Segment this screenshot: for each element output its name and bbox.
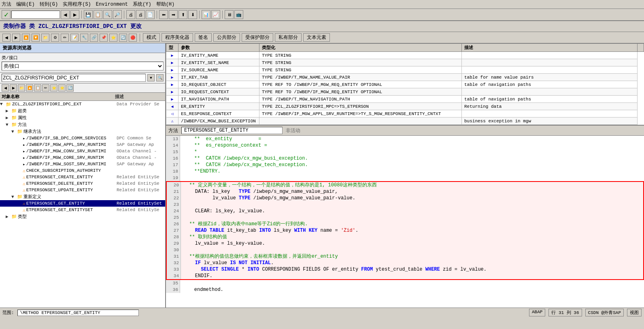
text-elem-btn[interactable]: 文本元素	[303, 33, 330, 42]
table-row[interactable]: ▶ IO_REQUEST_CONTEXT TYPE REF TO /IWBEP/…	[166, 88, 644, 96]
r3[interactable]: ✏	[61, 34, 69, 42]
tree-item[interactable]: ▸/IWBEP/IF_MGW_CORE_SRV_RUNTIMOData Chan…	[0, 154, 165, 161]
table-row[interactable]: ▶ IV_ENTITY_SET_NAME TYPE STRING	[166, 59, 644, 66]
table-row[interactable]: ▶ IV_ENTITY_NAME TYPE STRING	[166, 52, 644, 59]
table-row[interactable]: ◀ ER_ENTITY TYPE ZCL_ZLGZFIRSTFIORI_MPC=…	[166, 103, 644, 110]
public-btn[interactable]: 公共部分	[213, 33, 240, 42]
mt2[interactable]: ▶	[10, 84, 17, 92]
tree-item[interactable]: ▸/IWBEP/IF_MGW_CONV_SRV_RUNTIMIOData Cha…	[0, 148, 165, 154]
mt8[interactable]: ⭐	[58, 84, 66, 92]
line-number: 17	[166, 162, 180, 168]
class-search-btn[interactable]: 🔍	[156, 74, 164, 81]
param-type-cell: ▶	[166, 88, 179, 96]
tree-item[interactable]: ⚠CHECK_SUBSCRIPTION_AUTHORITY	[0, 167, 165, 174]
mt6[interactable]: ✏	[42, 84, 49, 92]
menu-item-utils[interactable]: 实用程序(S)	[63, 1, 91, 8]
btn15[interactable]: 📺	[234, 10, 243, 19]
fwd-btn[interactable]: ▶	[12, 34, 20, 42]
btn2[interactable]: 📋	[94, 10, 102, 19]
table-row[interactable]: ▶ IV_SOURCE_NAME TYPE STRING	[166, 66, 644, 74]
btn5[interactable]: 🖨	[126, 10, 135, 19]
menu-item-edit[interactable]: 编辑(E)	[16, 1, 35, 8]
menu-item-system[interactable]: 系统(Y)	[133, 1, 151, 8]
r6[interactable]: 🔗	[90, 34, 98, 42]
btn6[interactable]: 🖨	[136, 10, 145, 19]
back-btn[interactable]: ◀	[2, 34, 11, 42]
btn13[interactable]: 📈	[211, 10, 220, 19]
mt3[interactable]: 📁	[18, 84, 25, 92]
tree-item[interactable]: ▶📁属性	[0, 114, 165, 121]
mode-btn[interactable]: 模式	[143, 33, 160, 42]
tree-item[interactable]: ▸/IWBEP/IF_MGW_APPL_SRV_RUNTIMISAP Gatew…	[0, 141, 165, 148]
r2[interactable]: ⚙	[51, 34, 59, 42]
tree-item[interactable]: ▼📁ZCL_ZLGZFIRSTFIORI_DPC_EXTData Provide…	[0, 101, 165, 107]
tree-item[interactable]: ▶📁类型	[0, 213, 165, 220]
menu-item-goto[interactable]: 转到(G)	[40, 1, 58, 8]
warning-icon: ⚠	[23, 201, 26, 206]
protected-btn[interactable]: 受保护部分	[242, 33, 273, 42]
mt1[interactable]: ◀	[2, 84, 9, 92]
tree-item[interactable]: ▼📁重新定义	[0, 193, 165, 200]
btn8[interactable]: ⬅	[159, 10, 168, 19]
tree-item[interactable]: ▼📁继承方法	[0, 128, 165, 135]
title-bar: 类制作器 类 ZCL_ZLGZFIRSTFIORI_DPC_EXT 更改	[0, 21, 644, 32]
class-dropdown-btn[interactable]: ▼	[147, 74, 155, 81]
param-type-cell: ◀	[166, 103, 179, 110]
table-row[interactable]: ◁ ES_RESPONSE_CONTEXT TYPE /IWBEP/IF_MGW…	[166, 110, 644, 118]
nav-back[interactable]: ◀	[61, 10, 70, 19]
dn-btn[interactable]: 🔽	[32, 34, 40, 42]
menu-item-method[interactable]: 方法	[2, 1, 11, 8]
line-content: ** 取到结构的值	[181, 234, 643, 240]
param-name-cell: ES_RESPONSE_CONTEXT	[179, 110, 259, 118]
check-btn[interactable]: ✓	[2, 10, 11, 19]
class-type-select[interactable]: 类/接口	[2, 62, 164, 70]
r1[interactable]: 📁	[41, 34, 49, 42]
save-btn[interactable]: 💾	[84, 10, 93, 19]
tree-item[interactable]: ⚠ETPERSONSET_GET_ENTITYSETRelated Entity…	[0, 207, 165, 213]
table-row[interactable]: ▶ IO_REQUEST_OBJECT TYPE REF TO /IWBEP/I…	[166, 81, 644, 88]
code-line: 19	[166, 175, 644, 181]
toolbar-input[interactable]	[11, 11, 60, 19]
menu-item-help[interactable]: 帮助(H)	[156, 1, 175, 8]
tree-desc: DPC Common Se	[117, 136, 165, 141]
btn9[interactable]: ➡	[169, 10, 178, 19]
table-row[interactable]: ⚠ /IWBEP/CX_MGW_BUSI_EXCEPTION business …	[166, 118, 644, 125]
private-btn[interactable]: 私有部分	[275, 33, 302, 42]
menu-item-env[interactable]: Environment	[96, 2, 128, 7]
mt9[interactable]: 🔄	[66, 84, 74, 92]
code-editor[interactable]: 13 ** ex_entity = 14 ** es_response_cont…	[166, 136, 644, 308]
param-name-cell: IV_ENTITY_SET_NAME	[179, 59, 259, 66]
r4[interactable]: 📝	[70, 34, 79, 42]
tree-item[interactable]: ⚠ETPERSONSET_DELETE_ENTITYRelated Entity…	[0, 180, 165, 187]
mt7[interactable]: ⭐	[50, 84, 57, 92]
tree-item[interactable]: ⚠ETPERSONSET_GET_ENTITYRelated EntitySet	[0, 200, 165, 207]
btn12[interactable]: 📊	[202, 10, 210, 19]
tree-item[interactable]: ▸/IWBEP/IF_MGW_SOST_SRV_RUNTIMISAP Gatew…	[0, 161, 165, 167]
up-btn[interactable]: 🔼	[22, 34, 30, 42]
mt4[interactable]: 🔼	[26, 84, 33, 92]
tree-item[interactable]: ▸/IWBEP/IF_SB_DPC_COMM_SERVICESDPC Commo…	[0, 135, 165, 141]
r10[interactable]: 🔴	[129, 34, 137, 42]
r9[interactable]: 🔄	[119, 34, 127, 42]
beautify-btn[interactable]: 程序美化器	[162, 33, 193, 42]
btn3[interactable]: 🔍	[103, 10, 112, 19]
r5[interactable]: 🔧	[80, 34, 88, 42]
nav-fwd[interactable]: ▶	[70, 10, 79, 19]
r8[interactable]: ⭐	[109, 34, 117, 42]
tree-desc: SAP Gateway Ap	[117, 162, 165, 167]
r7[interactable]: 📌	[100, 34, 108, 42]
btn14[interactable]: 🖥	[225, 10, 234, 19]
mt5[interactable]: 📋	[34, 84, 41, 92]
table-row[interactable]: ▶ IT_KEY_TAB TYPE /IWBEP/T_MGW_NAME_VALU…	[166, 74, 644, 81]
tree-item[interactable]: ▶📁超类	[0, 107, 165, 114]
btn10[interactable]: ⬆	[179, 10, 187, 19]
sign-btn[interactable]: 签名	[195, 33, 212, 42]
btn4[interactable]: 🔎	[113, 10, 122, 19]
tree-item[interactable]: ⚠ETPERSONSET_CREATE_ENTITYRelated Entity…	[0, 174, 165, 180]
btn7[interactable]: 📄	[146, 10, 155, 19]
class-name-input[interactable]	[2, 74, 146, 82]
btn11[interactable]: ⬇	[188, 10, 197, 19]
table-row[interactable]: ▶ IT_NAVIGATION_PATH TYPE /IWBEP/T_MGW_N…	[166, 96, 644, 103]
tree-item[interactable]: ▼📁方法	[0, 121, 165, 128]
tree-item[interactable]: ⚠ETPERSONSET_UPDATE_ENTITYRelated Entity…	[0, 187, 165, 193]
